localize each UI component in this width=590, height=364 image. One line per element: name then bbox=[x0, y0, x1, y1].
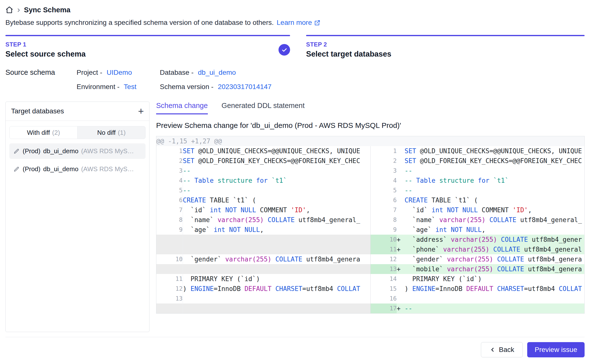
diff-left-code bbox=[183, 303, 370, 313]
schema-diff-panel[interactable]: @@ -1,15 +1,27 @@1SET @OLD_UNIQUE_CHECKS… bbox=[156, 136, 585, 314]
diff-left-code bbox=[183, 244, 370, 254]
diff-row: @@ -1,15 +1,27 @@ bbox=[156, 136, 584, 146]
code-token: utf8mb4_genera bbox=[524, 265, 582, 273]
code-token: @OLD_FOREIGN_KEY_CHECKS=@@FOREIGN_KEY_CH… bbox=[194, 157, 360, 165]
learn-more-label: Learn more bbox=[277, 19, 312, 27]
diff-left-line-number: 12 bbox=[156, 284, 183, 294]
code-token bbox=[486, 216, 490, 224]
environment-link[interactable]: Test bbox=[124, 83, 136, 91]
diff-left-line-number: 2 bbox=[156, 156, 183, 166]
diff-row: 11+ `phone` varchar(255) COLLATE utf8mb4… bbox=[156, 244, 584, 254]
diff-right-code: `id` int NOT NULL COMMENT 'ID', bbox=[397, 205, 584, 215]
diff-right-code: CREATE TABLE `t1` ( bbox=[397, 195, 584, 205]
target-database-item[interactable]: (Prod) db_ui_demo (AWS RDS MyS… bbox=[9, 161, 146, 177]
step-2-progress-bar bbox=[306, 35, 585, 36]
diff-right-code: -- Table structure for `t1` bbox=[397, 176, 584, 185]
diff-left-code: `gender` varchar(255) COLLATE utf8mb4_ge… bbox=[183, 254, 370, 264]
diff-left-code bbox=[183, 294, 370, 303]
code-token: SET bbox=[183, 157, 195, 165]
code-token bbox=[272, 285, 276, 292]
step-2-label: Select target databases bbox=[306, 50, 391, 59]
code-token: COMMENT bbox=[256, 206, 291, 214]
diff-row: 1SET @OLD_UNIQUE_CHECKS=@@UNIQUE_CHECKS,… bbox=[156, 146, 584, 156]
code-token: COLLATE bbox=[275, 256, 302, 263]
environment-field: Environment - Test bbox=[77, 83, 160, 91]
diff-right-line-number: 8 bbox=[370, 215, 397, 225]
diff-right-code: SET @OLD_UNIQUE_CHECKS=@@UNIQUE_CHECKS, … bbox=[397, 146, 584, 156]
code-token: , bbox=[260, 226, 264, 233]
code-token: `id` bbox=[405, 206, 432, 214]
code-token: CREATE bbox=[183, 197, 206, 204]
project-field-label: Project - bbox=[77, 69, 102, 76]
diff-left-code bbox=[183, 264, 370, 274]
back-button[interactable]: Back bbox=[481, 342, 523, 357]
target-database-item[interactable]: (Prod) db_ui_demo (AWS RDS MyS… bbox=[9, 143, 146, 159]
home-icon[interactable] bbox=[5, 6, 13, 14]
database-link[interactable]: db_ui_demo bbox=[198, 69, 236, 76]
code-token: utf8mb4_genera bbox=[524, 256, 582, 263]
code-token: -- bbox=[405, 167, 412, 174]
diff-left-code: SET @OLD_FOREIGN_KEY_CHECKS=@@FOREIGN_KE… bbox=[183, 156, 370, 166]
tab-schema-change[interactable]: Schema change bbox=[156, 102, 208, 114]
tab-with-diff[interactable]: With diff (2) bbox=[10, 126, 78, 139]
schema-version-link[interactable]: 20230317014147 bbox=[218, 83, 272, 91]
diff-right-line-number: 1 bbox=[370, 146, 397, 156]
code-token bbox=[264, 216, 268, 224]
diff-right-line-number: 16 bbox=[370, 294, 397, 303]
intro-text: Bytebase supports synchronizing a specif… bbox=[5, 19, 274, 27]
diff-add-marker: + bbox=[397, 264, 405, 274]
code-token: NOT NULL bbox=[225, 206, 256, 214]
preview-title: Preview Schema change for 'db_ui_demo (P… bbox=[156, 121, 585, 130]
chevron-right-icon: › bbox=[17, 5, 20, 14]
diff-right-code: `name` varchar(255) COLLATE utf8mb4_gene… bbox=[397, 215, 584, 225]
diff-right-code bbox=[397, 294, 584, 303]
preview-issue-button[interactable]: Preview issue bbox=[527, 342, 585, 357]
tab-generated-ddl[interactable]: Generated DDL statement bbox=[222, 102, 305, 114]
target-databases-panel: Target databases + With diff (2) No diff… bbox=[5, 102, 149, 332]
code-token: DEFAULT bbox=[245, 285, 272, 292]
code-token: utf8mb4_genera bbox=[302, 256, 360, 263]
diff-right-line-number: 2 bbox=[370, 156, 397, 166]
code-token: for bbox=[256, 177, 268, 184]
code-token: COMMENT bbox=[478, 206, 512, 214]
diff-row: 2SET @OLD_FOREIGN_KEY_CHECKS=@@FOREIGN_K… bbox=[156, 156, 584, 166]
database-environment: (Prod) bbox=[23, 165, 40, 173]
learn-more-link[interactable]: Learn more bbox=[277, 19, 321, 27]
diff-right-code: + `address` varchar(255) COLLATE utf8mb4… bbox=[397, 235, 584, 244]
diff-add-marker: + bbox=[397, 244, 405, 254]
database-field: Database - db_ui_demo bbox=[160, 69, 585, 76]
tab-no-diff[interactable]: No diff (1) bbox=[78, 126, 145, 139]
diff-row: 11 PRIMARY KEY (`id`)14 PRIMARY KEY (`id… bbox=[156, 274, 584, 284]
step-2-header: STEP 2 Select target databases bbox=[306, 41, 585, 59]
diff-left-code: -- bbox=[183, 185, 370, 195]
diff-row: 8 `name` varchar(255) COLLATE utf8mb4_ge… bbox=[156, 215, 584, 225]
code-token: COLLAT bbox=[559, 285, 582, 292]
step-2-meta: STEP 2 Select target databases bbox=[306, 41, 391, 59]
code-token: utf8mb4_gener bbox=[528, 236, 582, 243]
diff-left-line-number: 9 bbox=[156, 225, 183, 235]
diff-left-line-number: 3 bbox=[156, 166, 183, 176]
code-token: CREATE bbox=[405, 197, 428, 204]
code-token: 'ID' bbox=[512, 206, 528, 214]
diff-left-line-number bbox=[156, 244, 183, 254]
add-icon: + bbox=[138, 106, 144, 117]
diff-row: 10+ `address` varchar(255) COLLATE utf8m… bbox=[156, 235, 584, 244]
diff-add-marker: + bbox=[397, 303, 405, 313]
code-token: CHARSET bbox=[275, 285, 302, 292]
code-token: =InnoDB bbox=[435, 285, 466, 292]
diff-left-line-number: 5 bbox=[156, 185, 183, 195]
diff-left-code: -- Table structure for `t1` bbox=[183, 176, 370, 185]
step-2-kicker: STEP 2 bbox=[306, 41, 391, 48]
target-databases-header: Target databases + bbox=[6, 102, 149, 121]
target-database-list: (Prod) db_ui_demo (AWS RDS MyS… (Prod) d… bbox=[9, 143, 146, 177]
project-link[interactable]: UIDemo bbox=[107, 69, 132, 76]
diff-right-code: -- bbox=[397, 166, 584, 176]
code-token: TABLE `t1` ( bbox=[206, 197, 256, 204]
code-token: varchar(255) bbox=[447, 256, 493, 263]
code-token: ) bbox=[183, 285, 191, 292]
diff-add-marker: + bbox=[397, 235, 405, 244]
code-token: int bbox=[432, 206, 443, 214]
code-token: varchar(255) bbox=[217, 216, 264, 224]
add-target-database-button[interactable]: + bbox=[138, 107, 144, 116]
diff-row: 13+ `mobile` varchar(255) COLLATE utf8mb… bbox=[156, 264, 584, 274]
